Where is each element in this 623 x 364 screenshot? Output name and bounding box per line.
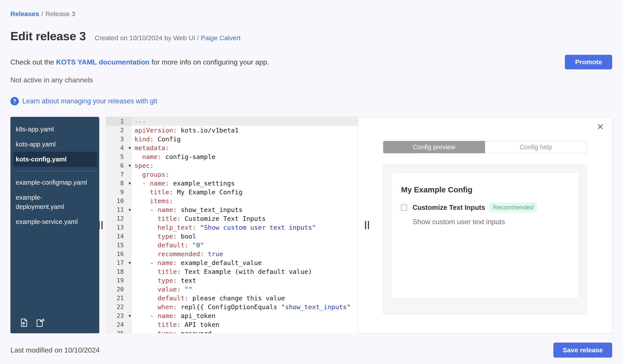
code-text: title: My Example Config xyxy=(132,188,358,197)
code-token: kind: xyxy=(134,135,154,143)
fold-arrow-icon[interactable]: ▾ xyxy=(129,258,131,267)
code-line[interactable]: 21 default: please change this value xyxy=(106,294,358,303)
tab-config-help[interactable]: Config help xyxy=(485,141,587,153)
code-line[interactable]: 19 type: text xyxy=(106,276,358,285)
tab-config-preview[interactable]: Config preview xyxy=(383,141,485,153)
code-token: My Example Config xyxy=(173,188,243,196)
line-number[interactable]: 5 xyxy=(106,152,132,161)
fold-arrow-icon[interactable]: ▾ xyxy=(129,179,131,188)
code-text: recommended: true xyxy=(132,250,358,258)
sidebar-file-item[interactable]: k8s-app.yaml xyxy=(13,122,97,137)
code-token xyxy=(204,250,208,258)
line-number-text: 24 xyxy=(116,321,124,328)
line-number[interactable]: 2 xyxy=(106,126,132,135)
line-number[interactable]: 8▾ xyxy=(106,179,132,188)
add-file-icon[interactable] xyxy=(35,318,45,327)
save-release-button[interactable]: Save release xyxy=(553,343,612,358)
line-number[interactable]: 1 xyxy=(106,117,132,126)
code-line[interactable]: 11▾ - name: show_text_inputs xyxy=(106,205,358,214)
upload-file-icon[interactable] xyxy=(19,318,28,327)
code-line[interactable]: 22 when: repl{{ ConfigOptionEquals "show… xyxy=(106,303,358,311)
line-number[interactable]: 12 xyxy=(106,214,132,223)
kots-yaml-docs-link[interactable]: KOTS YAML documentation xyxy=(56,58,150,66)
code-line[interactable]: 12 title: Customize Text Inputs xyxy=(106,214,358,223)
line-number[interactable]: 11▾ xyxy=(106,205,132,214)
code-line[interactable]: 15 default: "0" xyxy=(106,241,358,250)
fold-arrow-icon[interactable]: ▾ xyxy=(129,205,131,214)
line-number[interactable]: 25 xyxy=(106,329,132,333)
git-help-link[interactable]: Learn about managing your releases with … xyxy=(22,97,157,105)
author-link[interactable]: Paige Calvert xyxy=(201,34,241,41)
customize-text-inputs-checkbox[interactable] xyxy=(401,204,407,211)
code-line[interactable]: 8▾ - name: example_settings xyxy=(106,179,358,188)
promote-button[interactable]: Promote xyxy=(565,55,612,69)
code-line[interactable]: 2apiVersion: kots.io/v1beta1 xyxy=(106,126,358,135)
code-line[interactable]: 23▾ - name: api_token xyxy=(106,311,358,320)
sidebar-file-item[interactable]: kots-app.yaml xyxy=(13,137,97,152)
code-token: "Show custom user text inputs" xyxy=(200,224,316,231)
code-line[interactable]: 10 items: xyxy=(106,197,358,205)
line-number[interactable]: 24 xyxy=(106,320,132,329)
line-number[interactable]: 3 xyxy=(106,135,132,143)
code-line[interactable]: 14 type: bool xyxy=(106,232,358,241)
code-line[interactable]: 6▾spec: xyxy=(106,161,358,170)
code-line[interactable]: 25 type: password xyxy=(106,329,358,333)
code-line[interactable]: 18 title: Text Example (with default val… xyxy=(106,267,358,276)
code-token xyxy=(134,215,158,222)
line-number[interactable]: 6▾ xyxy=(106,161,132,170)
last-modified-text: Last modified on 10/10/2024 xyxy=(10,346,100,354)
code-token xyxy=(134,180,142,187)
code-line[interactable]: 3kind: Config xyxy=(106,135,358,143)
code-token: please change this value xyxy=(188,294,285,302)
sidebar-file-item[interactable]: kots-config.yaml xyxy=(13,152,97,167)
line-number[interactable]: 19 xyxy=(106,276,132,285)
line-number[interactable]: 10 xyxy=(106,197,132,205)
code-token xyxy=(134,153,142,161)
code-token: name: xyxy=(142,153,161,161)
line-number[interactable]: 23▾ xyxy=(106,311,132,320)
close-icon[interactable]: ✕ xyxy=(597,122,604,131)
title-row: Edit release 3 Created on 10/10/2024 by … xyxy=(10,29,612,43)
code-line[interactable]: 24 title: API token xyxy=(106,320,358,329)
docs-row: Check out theKOTS YAML documentationfor … xyxy=(10,55,612,69)
code-text: default: "0" xyxy=(132,241,358,250)
code-line[interactable]: 1--- xyxy=(106,117,358,126)
code-line[interactable]: 20 value: "" xyxy=(106,285,358,294)
sidebar-file-item[interactable]: example-service.yaml xyxy=(13,214,97,229)
fold-arrow-icon[interactable]: ▾ xyxy=(129,161,131,170)
sidebar-file-item[interactable]: example-configmap.yaml xyxy=(13,175,97,190)
yaml-code-editor[interactable]: 1---2apiVersion: kots.io/v1beta13kind: C… xyxy=(106,117,358,333)
code-token: config-sample xyxy=(161,153,215,161)
line-number[interactable]: 13 xyxy=(106,223,132,232)
line-number[interactable]: 16 xyxy=(106,250,132,258)
code-line[interactable]: 7 groups: xyxy=(106,170,358,179)
line-number[interactable]: 21 xyxy=(106,294,132,303)
code-line[interactable]: 5 name: config-sample xyxy=(106,152,358,161)
fold-arrow-icon[interactable]: ▾ xyxy=(129,143,131,152)
line-number[interactable]: 20 xyxy=(106,285,132,294)
code-text: name: config-sample xyxy=(132,152,358,161)
fold-arrow-icon[interactable]: ▾ xyxy=(129,311,131,320)
code-line[interactable]: 13 help_text: "Show custom user text inp… xyxy=(106,223,358,232)
line-number[interactable]: 7 xyxy=(106,170,132,179)
code-line[interactable]: 17▾ - name: example_default_value xyxy=(106,258,358,267)
breadcrumb-separator: / xyxy=(41,10,43,18)
code-line[interactable]: 4▾metadata: xyxy=(106,143,358,152)
line-number[interactable]: 4▾ xyxy=(106,143,132,152)
line-number[interactable]: 9 xyxy=(106,188,132,197)
sidebar-resize-handle[interactable] xyxy=(99,221,103,229)
breadcrumb-releases-link[interactable]: Releases xyxy=(10,10,39,18)
code-token: spec: xyxy=(134,162,154,169)
code-token xyxy=(134,206,150,214)
code-line[interactable]: 16 recommended: true xyxy=(106,250,358,258)
code-text: metadata: xyxy=(132,143,358,152)
line-number[interactable]: 17▾ xyxy=(106,258,132,267)
line-number[interactable]: 15 xyxy=(106,241,132,250)
line-number[interactable]: 18 xyxy=(106,267,132,276)
preview-resize-handle[interactable] xyxy=(365,221,369,229)
code-line[interactable]: 9 title: My Example Config xyxy=(106,188,358,197)
file-label: kots-app.yaml xyxy=(16,140,56,149)
sidebar-file-item[interactable]: example-deployment.yaml xyxy=(13,190,97,214)
line-number[interactable]: 14 xyxy=(106,232,132,241)
line-number[interactable]: 22 xyxy=(106,303,132,311)
